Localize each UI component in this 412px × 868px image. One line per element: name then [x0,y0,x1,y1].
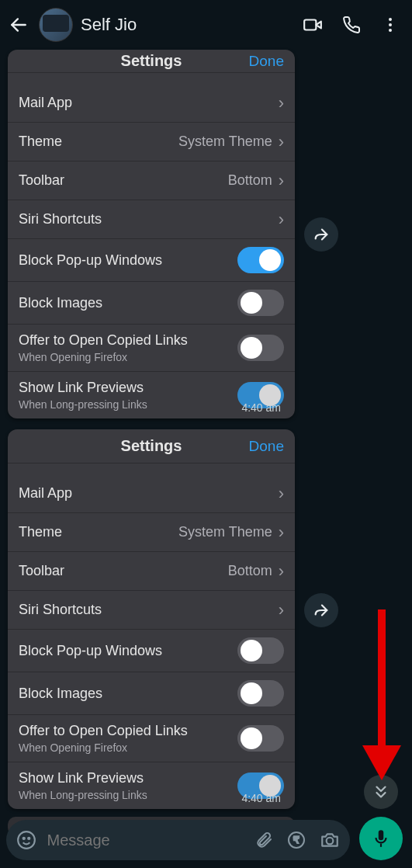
row-label: Block Pop-up Windows [19,643,237,659]
svg-rect-1 [304,20,316,30]
double-chevron-down-icon [372,783,389,800]
card-title: Settings [121,52,182,70]
toggle-off[interactable] [237,290,284,316]
payment-button[interactable]: ₹ [284,827,310,853]
toggle-off[interactable] [237,637,284,664]
attach-button[interactable] [251,827,277,853]
mic-icon [371,828,391,849]
message-image-card[interactable]: Settings Done Mail App › Theme System Th… [8,429,295,809]
row-label: Siri Shortcuts [19,211,279,227]
row-images[interactable]: Block Images [8,672,295,715]
row-label: Show Link Previews [19,770,237,786]
row-previews[interactable]: Show Link Previews When Long-pressing Li… [8,762,295,809]
chat-title[interactable]: Self Jio [81,15,289,35]
toggle-off[interactable] [237,725,284,752]
chevron-right-icon: › [279,561,284,582]
row-sublabel: When Opening Firefox [19,741,237,754]
row-theme[interactable]: Theme System Theme › [8,513,295,552]
back-button[interactable] [6,12,31,37]
row-siri[interactable]: Siri Shortcuts › [8,591,295,630]
svg-point-4 [389,23,392,26]
voice-message-button[interactable] [359,817,403,860]
row-label: Block Pop-up Windows [19,252,237,269]
message-timestamp: 4:40 am [241,792,281,804]
video-call-button[interactable] [297,9,328,40]
row-label: Theme [19,524,178,540]
scroll-down-button[interactable] [364,775,398,809]
chevron-right-icon: › [279,93,284,113]
row-mail-app[interactable]: Mail App › [8,84,295,123]
row-popup[interactable]: Block Pop-up Windows [8,239,295,282]
row-images[interactable]: Block Images [8,282,295,325]
svg-point-8 [28,838,29,839]
chevron-right-icon: › [279,484,284,504]
row-label: Theme [19,134,178,150]
card-title: Settings [121,437,182,455]
row-theme[interactable]: Theme System Theme › [8,123,295,161]
row-siri[interactable]: Siri Shortcuts › [8,200,295,239]
toggle-off[interactable] [237,335,284,361]
svg-point-7 [23,838,25,839]
row-label: Mail App [19,485,279,502]
forward-icon [313,602,330,619]
row-mail-app[interactable]: Mail App › [8,474,295,513]
emoji-icon [16,830,36,850]
svg-rect-12 [380,844,382,847]
chevron-right-icon: › [279,600,284,620]
forward-icon [313,226,330,243]
chevron-right-icon: › [279,171,284,191]
svg-point-6 [18,832,35,849]
row-label: Siri Shortcuts [19,602,279,618]
forward-button[interactable] [304,217,338,252]
row-label: Block Images [19,686,237,702]
row-value: System Theme [178,134,272,150]
row-sublabel: When Opening Firefox [19,351,237,363]
camera-icon [320,830,340,850]
phone-icon [342,16,361,34]
row-label: Offer to Open Copied Links [19,332,237,349]
row-value: Bottom [228,563,272,579]
chevron-right-icon: › [279,523,284,543]
forward-button[interactable] [304,593,338,627]
card-header: Settings Done [8,429,295,464]
row-label: Toolbar [19,172,228,189]
card-header: Settings Done [8,50,295,73]
arrow-left-icon [9,15,29,35]
rupee-icon: ₹ [287,831,306,849]
done-button[interactable]: Done [249,438,284,455]
row-label: Show Link Previews [19,380,237,396]
row-toolbar[interactable]: Toolbar Bottom › [8,552,295,591]
svg-point-11 [326,838,333,845]
row-previews[interactable]: Show Link Previews When Long-pressing Li… [8,372,295,418]
emoji-button[interactable] [14,827,40,853]
row-value: Bottom [228,172,272,189]
toggle-off[interactable] [237,680,284,707]
row-sublabel: When Long-pressing Links [19,789,237,801]
svg-point-3 [389,18,392,21]
more-options-button[interactable] [375,9,406,40]
row-copied[interactable]: Offer to Open Copied Links When Opening … [8,715,295,762]
row-popup[interactable]: Block Pop-up Windows [8,630,295,672]
camera-button[interactable] [317,827,343,853]
chat-body: Settings Done Mail App › Theme System Th… [0,50,412,814]
row-label: Toolbar [19,563,228,579]
message-image-card[interactable]: Settings Done Mail App › Theme System Th… [8,50,295,418]
video-icon [303,15,323,35]
done-button[interactable]: Done [249,53,284,70]
row-label: Offer to Open Copied Links [19,723,237,739]
row-toolbar[interactable]: Toolbar Bottom › [8,161,295,200]
avatar[interactable] [39,8,73,42]
row-value: System Theme [178,524,272,540]
row-sublabel: When Long-pressing Links [19,398,237,411]
chevron-right-icon: › [279,210,284,230]
more-vertical-icon [381,16,400,34]
chat-header: Self Jio [0,0,412,50]
svg-text:₹: ₹ [293,835,299,845]
toggle-on[interactable] [237,247,284,273]
voice-call-button[interactable] [336,9,367,40]
row-label: Mail App [19,95,279,111]
message-input[interactable] [47,832,244,849]
chevron-right-icon: › [279,132,284,152]
row-copied[interactable]: Offer to Open Copied Links When Opening … [8,325,295,372]
message-input-bar: ₹ [6,820,350,860]
